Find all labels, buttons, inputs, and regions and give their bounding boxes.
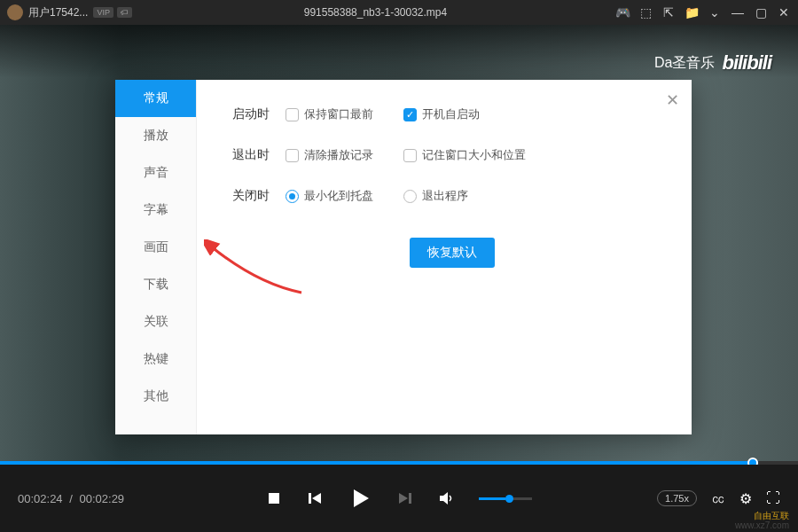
settings-icon[interactable]: ⚙	[739, 490, 752, 507]
next-button[interactable]	[397, 490, 413, 506]
settings-dialog: ✕ 常规播放声音字幕画面下载关联热键其他 启动时保持窗口最前✓开机自启动退出时清…	[115, 80, 692, 434]
stop-button[interactable]	[266, 490, 282, 506]
play-button[interactable]	[348, 486, 372, 511]
video-watermark: Da圣音乐 bilibili	[654, 51, 771, 74]
option-label: 保持窗口最前	[304, 106, 373, 122]
option-label: 最小化到托盘	[304, 188, 373, 204]
maximize-icon[interactable]: ▢	[754, 5, 768, 20]
row-label: 关闭时	[232, 188, 286, 204]
settings-row: 关闭时最小化到托盘退出程序	[232, 188, 656, 204]
sidebar-item-1[interactable]: 播放	[115, 117, 196, 154]
speed-button[interactable]: 1.75x	[657, 490, 697, 506]
screenshot-icon[interactable]: ⬚	[638, 5, 653, 20]
current-time: 00:02:24	[18, 492, 63, 505]
sidebar-item-2[interactable]: 声音	[115, 154, 196, 192]
sidebar-item-0[interactable]: 常规	[115, 80, 196, 117]
checkbox-icon[interactable]	[286, 149, 299, 162]
brand-text: 自由互联	[754, 511, 789, 520]
volume-icon[interactable]	[438, 490, 454, 506]
avatar[interactable]	[7, 4, 23, 20]
radio-icon[interactable]	[286, 190, 299, 203]
dropdown-icon[interactable]: ⌄	[708, 5, 722, 20]
svg-rect-2	[409, 493, 411, 504]
prev-button[interactable]	[307, 490, 323, 506]
pip-icon[interactable]: ⇱	[661, 5, 676, 20]
time-display: 00:02:24 / 00:02:29	[18, 492, 124, 505]
radio-option[interactable]: 退出程序	[403, 188, 468, 204]
fullscreen-icon[interactable]: ⛶	[766, 490, 780, 506]
sidebar-item-6[interactable]: 关联	[115, 303, 196, 340]
radio-option[interactable]: 最小化到托盘	[286, 188, 373, 204]
duration: 00:02:29	[79, 492, 124, 505]
settings-sidebar: 常规播放声音字幕画面下载关联热键其他	[115, 80, 197, 434]
checkbox-option[interactable]: 清除播放记录	[286, 147, 373, 163]
gamepad-icon[interactable]: 🎮	[615, 5, 630, 20]
titlebar: 用户17542... VIP 🏷 991558388_nb3-1-30032.m…	[0, 0, 798, 25]
time-separator: /	[69, 492, 73, 505]
site-watermark: 自由互联 www.xz7.com	[735, 511, 789, 530]
close-icon[interactable]: ✕	[777, 5, 791, 20]
level-badge: 🏷	[117, 7, 132, 18]
radio-icon[interactable]	[403, 190, 417, 203]
dialog-close-icon[interactable]: ✕	[666, 90, 679, 110]
sidebar-item-7[interactable]: 热键	[115, 340, 196, 378]
bilibili-logo: bilibili	[722, 51, 771, 74]
sidebar-item-5[interactable]: 下载	[115, 266, 196, 303]
row-label: 退出时	[232, 147, 286, 163]
volume-slider[interactable]	[479, 497, 532, 500]
settings-row: 退出时清除播放记录记住窗口大小和位置	[232, 147, 656, 163]
player-controls: 00:02:24 / 00:02:29 1.75x ㏄ ⚙ ⛶ 自由互联 www…	[0, 465, 798, 532]
option-label: 记住窗口大小和位置	[422, 147, 526, 163]
restore-defaults-button[interactable]: 恢复默认	[410, 238, 495, 268]
username: 用户17542...	[28, 5, 88, 20]
sidebar-item-4[interactable]: 画面	[115, 229, 196, 266]
checkbox-option[interactable]: 记住窗口大小和位置	[403, 147, 526, 163]
option-label: 退出程序	[422, 188, 468, 204]
svg-rect-1	[309, 493, 311, 504]
settings-content: 启动时保持窗口最前✓开机自启动退出时清除播放记录记住窗口大小和位置关闭时最小化到…	[197, 80, 692, 434]
sidebar-item-8[interactable]: 其他	[115, 378, 196, 415]
sidebar-item-3[interactable]: 字幕	[115, 192, 196, 229]
watermark-text: Da圣音乐	[654, 54, 715, 73]
subtitle-button[interactable]: ㏄	[711, 489, 725, 508]
checkbox-icon[interactable]	[286, 108, 299, 121]
option-label: 开机自启动	[422, 106, 480, 122]
option-label: 清除播放记录	[304, 147, 373, 163]
checkbox-option[interactable]: 保持窗口最前	[286, 106, 373, 122]
svg-rect-0	[269, 493, 279, 504]
window-title: 991558388_nb3-1-30032.mp4	[136, 6, 615, 19]
row-label: 启动时	[232, 106, 286, 122]
settings-row: 启动时保持窗口最前✓开机自启动	[232, 106, 656, 122]
checkbox-icon[interactable]: ✓	[403, 108, 417, 121]
brand-url: www.xz7.com	[735, 520, 789, 530]
checkbox-icon[interactable]	[403, 149, 417, 162]
vip-badge: VIP	[93, 7, 113, 18]
minimize-icon[interactable]: —	[731, 5, 745, 20]
folder-icon[interactable]: 📁	[685, 5, 699, 20]
checkbox-option[interactable]: ✓开机自启动	[403, 106, 480, 122]
